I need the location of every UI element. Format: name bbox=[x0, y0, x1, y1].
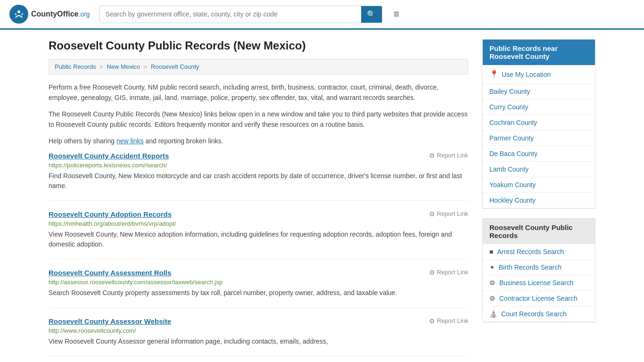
search-input[interactable] bbox=[100, 7, 361, 22]
report-link[interactable]: ⚙ Report Link bbox=[429, 210, 468, 218]
record-title[interactable]: Roosevelt County Assessor Website bbox=[49, 317, 171, 325]
use-my-location[interactable]: 📍 Use My Location bbox=[483, 65, 595, 84]
record-url[interactable]: https://nmhealth.org/about/erd/bvrhs/vrp… bbox=[49, 220, 468, 227]
new-links-link[interactable]: new links bbox=[116, 137, 144, 145]
main-container: Roosevelt County Public Records (New Mex… bbox=[39, 30, 605, 362]
report-icon: ⚙ bbox=[429, 152, 435, 159]
nearby-county-link[interactable]: Parmer County bbox=[483, 131, 595, 146]
record-item: Roosevelt County Accident Reports ⚙ Repo… bbox=[49, 152, 468, 201]
nearby-counties-list: Bailey CountyCurry CountyCochran CountyP… bbox=[483, 84, 595, 208]
record-desc: View Roosevelt County, New Mexico adopti… bbox=[49, 230, 468, 249]
report-icon: ⚙ bbox=[429, 210, 435, 218]
report-link[interactable]: ⚙ Report Link bbox=[429, 317, 468, 325]
records-link-item: ⚙Business License Search bbox=[483, 275, 595, 291]
report-link[interactable]: ⚙ Report Link bbox=[429, 269, 468, 276]
records-link-icon: ⚙ bbox=[489, 279, 495, 287]
records-list: Roosevelt County Accident Reports ⚙ Repo… bbox=[49, 152, 468, 356]
breadcrumb: Public Records > New Mexico > Roosevelt … bbox=[49, 59, 468, 74]
records-link-item: ■Arrest Records Search bbox=[483, 244, 595, 260]
page-title: Roosevelt County Public Records (New Mex… bbox=[49, 39, 468, 52]
main-content: Roosevelt County Public Records (New Mex… bbox=[49, 39, 468, 362]
site-logo[interactable]: CountyOffice.org bbox=[9, 5, 90, 24]
records-section-header: Roosevelt County Public Records bbox=[483, 219, 595, 244]
logo-icon bbox=[9, 5, 28, 24]
nearby-county-link[interactable]: Yoakum County bbox=[483, 177, 595, 192]
record-title[interactable]: Roosevelt County Adoption Records bbox=[49, 210, 172, 218]
breadcrumb-sep2: > bbox=[144, 63, 149, 70]
svg-point-1 bbox=[17, 10, 20, 13]
record-title[interactable]: Roosevelt County Assessment Rolls bbox=[49, 269, 171, 277]
record-desc: Find Roosevelt County, New Mexico motorc… bbox=[49, 171, 468, 191]
records-link-item: ✦Birth Records Search bbox=[483, 260, 595, 275]
nearby-county-item: Cochran County bbox=[483, 115, 595, 131]
nearby-county-link[interactable]: Cochran County bbox=[483, 115, 595, 130]
nearby-county-link[interactable]: Lamb County bbox=[483, 162, 595, 177]
record-item: Roosevelt County Assessment Rolls ⚙ Repo… bbox=[49, 269, 468, 308]
nearby-section: Public Records near Roosevelt County 📍 U… bbox=[482, 39, 595, 209]
nearby-county-item: De Baca County bbox=[483, 146, 595, 162]
report-link[interactable]: ⚙ Report Link bbox=[429, 152, 468, 159]
site-header: CountyOffice.org 🔍 ≡ bbox=[0, 0, 644, 30]
records-link-item: ⚙Contractor License Search bbox=[483, 291, 595, 306]
search-button[interactable]: 🔍 bbox=[361, 6, 382, 23]
record-item: Roosevelt County Assessor Website ⚙ Repo… bbox=[49, 317, 468, 356]
report-icon: ⚙ bbox=[429, 269, 435, 276]
report-icon: ⚙ bbox=[429, 317, 435, 325]
breadcrumb-new-mexico[interactable]: New Mexico bbox=[107, 63, 140, 70]
record-url[interactable]: http://assessor.rooseveltcounty.com/asse… bbox=[49, 279, 468, 286]
records-link[interactable]: ✦Birth Records Search bbox=[483, 260, 595, 275]
records-link[interactable]: ⛪Court Records Search bbox=[483, 306, 595, 321]
records-link-icon: ⛪ bbox=[489, 310, 497, 318]
records-link[interactable]: ⚙Contractor License Search bbox=[483, 291, 595, 306]
records-link-icon: ■ bbox=[489, 248, 493, 255]
nearby-county-link[interactable]: Hockley County bbox=[483, 193, 595, 208]
records-link[interactable]: ⚙Business License Search bbox=[483, 275, 595, 290]
description-1: Perform a free Roosevelt County, NM publ… bbox=[49, 82, 468, 103]
breadcrumb-roosevelt-county[interactable]: Roosevelt County bbox=[151, 63, 199, 70]
search-bar: 🔍 bbox=[99, 6, 382, 23]
records-link-item: ⛪Court Records Search bbox=[483, 306, 595, 322]
records-link-icon: ✦ bbox=[489, 263, 495, 271]
nearby-county-link[interactable]: Curry County bbox=[483, 99, 595, 115]
record-desc: Search Roosevelt County property assessm… bbox=[49, 288, 468, 298]
records-section: Roosevelt County Public Records ■Arrest … bbox=[482, 218, 595, 322]
nearby-county-item: Lamb County bbox=[483, 162, 595, 177]
svg-point-3 bbox=[21, 13, 23, 15]
records-links-list: ■Arrest Records Search✦Birth Records Sea… bbox=[483, 244, 595, 322]
record-url[interactable]: http://www.rooseveltcounty.com/ bbox=[49, 327, 468, 334]
breadcrumb-sep1: > bbox=[99, 63, 105, 70]
breadcrumb-public-records[interactable]: Public Records bbox=[55, 63, 96, 70]
nearby-county-item: Parmer County bbox=[483, 131, 595, 146]
sidebar: Public Records near Roosevelt County 📍 U… bbox=[482, 39, 595, 362]
record-url[interactable]: https://policereports.lexisnexis.com//se… bbox=[49, 162, 468, 169]
hamburger-icon: ≡ bbox=[394, 8, 400, 20]
record-title[interactable]: Roosevelt County Accident Reports bbox=[49, 152, 169, 160]
nearby-county-item: Bailey County bbox=[483, 84, 595, 99]
records-link[interactable]: ■Arrest Records Search bbox=[483, 244, 595, 259]
nearby-county-link[interactable]: De Baca County bbox=[483, 146, 595, 161]
nearby-county-item: Curry County bbox=[483, 99, 595, 115]
menu-button[interactable]: ≡ bbox=[392, 6, 402, 22]
nearby-header: Public Records near Roosevelt County bbox=[483, 40, 595, 65]
svg-point-2 bbox=[15, 13, 17, 15]
description-3: Help others by sharing new links and rep… bbox=[49, 136, 468, 146]
pin-icon: 📍 bbox=[489, 70, 499, 79]
search-icon: 🔍 bbox=[367, 10, 376, 18]
description-2: The Roosevelt County Public Records (New… bbox=[49, 109, 468, 130]
nearby-county-item: Hockley County bbox=[483, 193, 595, 208]
records-link-icon: ⚙ bbox=[489, 295, 495, 302]
logo-text-area: CountyOffice.org bbox=[31, 10, 90, 18]
record-desc: View Roosevelt County Assessor general i… bbox=[49, 337, 468, 346]
nearby-county-link[interactable]: Bailey County bbox=[483, 84, 595, 99]
nearby-county-item: Yoakum County bbox=[483, 177, 595, 193]
record-item: Roosevelt County Adoption Records ⚙ Repo… bbox=[49, 210, 468, 259]
